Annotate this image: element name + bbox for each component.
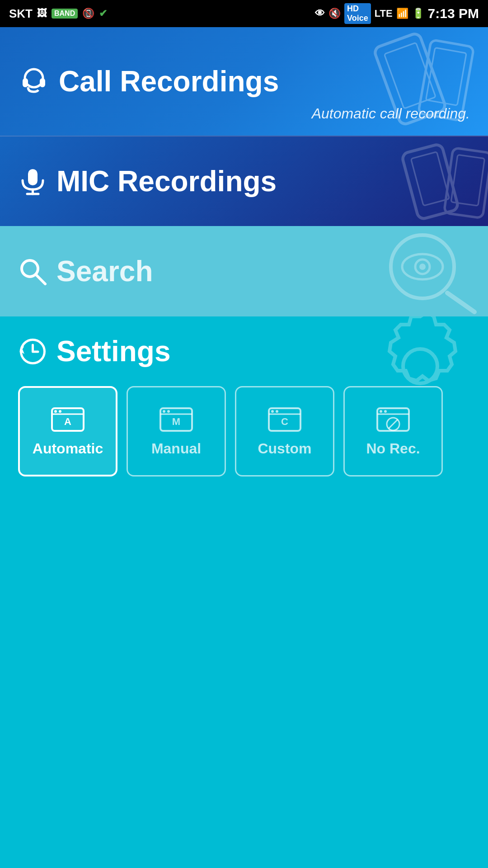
svg-rect-5 — [23, 78, 28, 87]
mic-recordings-bg-illustration — [371, 141, 488, 222]
svg-line-43 — [389, 420, 398, 429]
mode-no-rec-button[interactable]: No Rec. — [343, 386, 443, 476]
custom-mode-icon: C — [267, 406, 303, 433]
no-rec-mode-label: No Rec. — [366, 440, 420, 457]
band-icon: BAND — [52, 9, 78, 19]
settings-title: Settings — [56, 335, 170, 368]
status-bar: SKT 🖼 BAND 📵 ✔ 👁 🔇 HDVoice LTE 📶 🔋 7:13 … — [0, 0, 488, 27]
search-title-group: Search — [18, 255, 153, 288]
svg-text:C: C — [281, 416, 288, 427]
automatic-mode-icon: A — [50, 406, 86, 433]
no-rec-mode-icon — [375, 406, 411, 433]
mic-recordings-section[interactable]: MIC Recordings — [0, 136, 488, 226]
manual-mode-label: Manual — [151, 440, 201, 457]
signal-icon: 📶 — [396, 8, 408, 19]
carrier-label: SKT — [9, 7, 33, 21]
mode-automatic-button[interactable]: A Automatic — [18, 386, 117, 476]
mic-recordings-title-group: MIC Recordings — [18, 165, 277, 198]
manual-mode-icon: M — [158, 406, 194, 433]
hd-voice-badge: HDVoice — [344, 3, 371, 24]
automatic-mode-label: Automatic — [33, 440, 103, 457]
search-eye-bg-illustration — [380, 226, 479, 316]
call-recordings-section[interactable]: Call Recordings Automatic call recording… — [0, 27, 488, 136]
call-recordings-title-group: Call Recordings — [18, 65, 279, 98]
svg-text:M: M — [172, 416, 180, 427]
call-recordings-subtitle: Automatic call recording. — [312, 105, 470, 122]
lte-badge: LTE — [375, 8, 393, 19]
search-section[interactable]: Search — [0, 226, 488, 316]
eye-icon: 👁 — [315, 8, 325, 19]
svg-point-41 — [384, 410, 387, 413]
settings-header[interactable]: Settings — [18, 335, 470, 368]
check-icon: ✔ — [99, 8, 107, 19]
mute-icon: 🔇 — [328, 8, 341, 19]
svg-point-40 — [380, 410, 382, 413]
svg-rect-3 — [426, 47, 466, 105]
call-recordings-title: Call Recordings — [59, 65, 279, 98]
svg-point-31 — [167, 410, 170, 413]
mic-icon — [18, 167, 47, 196]
svg-rect-7 — [401, 143, 459, 220]
svg-line-18 — [447, 293, 474, 312]
bottom-area — [0, 476, 488, 838]
battery-icon: 🔋 — [412, 8, 424, 19]
time-display: 7:13 PM — [428, 6, 479, 21]
image-icon: 🖼 — [37, 8, 47, 19]
svg-text:A: A — [64, 416, 71, 427]
status-left: SKT 🖼 BAND 📵 ✔ — [9, 7, 107, 21]
svg-point-35 — [271, 410, 274, 413]
svg-rect-6 — [40, 78, 45, 87]
search-label: Search — [56, 255, 153, 288]
svg-rect-11 — [28, 169, 38, 185]
mode-buttons-group: A Automatic M Manual C Cust — [18, 386, 470, 476]
call-block-icon: 📵 — [82, 8, 94, 19]
status-right: 👁 🔇 HDVoice LTE 📶 🔋 7:13 PM — [315, 3, 479, 24]
mic-recordings-title: MIC Recordings — [56, 165, 277, 198]
svg-point-17 — [419, 264, 426, 270]
svg-point-30 — [163, 410, 165, 413]
custom-mode-label: Custom — [258, 440, 311, 457]
settings-icon — [18, 337, 47, 366]
mode-custom-button[interactable]: C Custom — [235, 386, 334, 476]
svg-point-26 — [59, 410, 61, 413]
mode-manual-button[interactable]: M Manual — [127, 386, 226, 476]
svg-point-36 — [276, 410, 278, 413]
svg-line-20 — [36, 275, 45, 284]
headset-icon — [18, 66, 50, 97]
svg-point-25 — [54, 410, 57, 413]
settings-section: Settings A Automatic M Man — [0, 316, 488, 476]
svg-rect-8 — [411, 152, 449, 206]
search-icon — [18, 257, 47, 286]
